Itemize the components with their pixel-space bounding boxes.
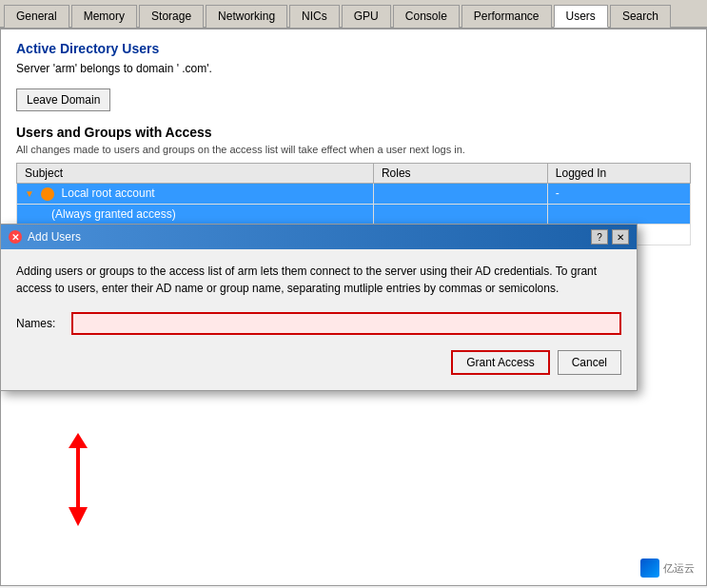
tab-memory[interactable]: Memory <box>71 5 137 28</box>
users-subtitle: All changes made to users and groups on … <box>16 144 691 155</box>
add-users-dialog: ✕ Add Users ? ✕ Adding users or groups t… <box>0 224 638 391</box>
tab-networking[interactable]: Networking <box>206 5 287 28</box>
local-root-label: Local root account <box>62 186 155 200</box>
tab-nics[interactable]: NICs <box>289 5 340 28</box>
tab-performance[interactable]: Performance <box>462 5 552 28</box>
col-roles: Roles <box>373 164 547 184</box>
tab-console[interactable]: Console <box>393 5 460 28</box>
dialog-titlebar-right: ? ✕ <box>591 229 629 245</box>
tab-storage[interactable]: Storage <box>139 5 204 28</box>
names-input[interactable] <box>71 312 621 335</box>
table-row[interactable]: ▼ Local root account - <box>17 184 691 205</box>
role-cell <box>373 184 547 205</box>
col-subject: Subject <box>17 164 374 184</box>
tab-gpu[interactable]: GPU <box>342 5 391 28</box>
logo-icon <box>640 559 659 578</box>
col-logged-in: Logged In <box>547 164 690 184</box>
section-title: Active Directory Users <box>16 41 691 56</box>
dialog-title-icon: ✕ <box>9 230 22 244</box>
dialog-footer: Grant Access Cancel <box>16 350 621 375</box>
user-avatar-icon <box>41 187 54 201</box>
logged-in-cell: - <box>547 184 690 205</box>
dialog-field: Names: <box>16 312 621 335</box>
role-cell-empty <box>373 204 547 224</box>
dialog-close-button[interactable]: ✕ <box>612 229 629 245</box>
dialog-help-button[interactable]: ? <box>591 229 608 245</box>
always-granted-label: (Always granted access) <box>51 207 176 221</box>
leave-domain-button[interactable]: Leave Domain <box>16 88 110 111</box>
logo-area: 亿运云 <box>640 559 695 578</box>
table-row[interactable]: (Always granted access) <box>17 204 691 224</box>
grant-access-button[interactable]: Grant Access <box>451 350 549 375</box>
logo-text: 亿运云 <box>663 561 695 576</box>
logged-in-cell-empty <box>547 204 690 224</box>
dialog-titlebar: ✕ Add Users ? ✕ <box>1 225 637 249</box>
expand-icon: ▼ <box>25 188 34 199</box>
dialog-title-left: ✕ Add Users <box>9 230 81 244</box>
dialog-description: Adding users or groups to the access lis… <box>16 263 621 297</box>
subject-cell: ▼ Local root account <box>17 184 374 205</box>
names-label: Names: <box>16 317 64 330</box>
cancel-button[interactable]: Cancel <box>558 350 621 375</box>
tab-users[interactable]: Users <box>554 5 608 28</box>
dialog-title-text: Add Users <box>28 230 81 244</box>
tab-search[interactable]: Search <box>610 5 671 28</box>
subject-subtext-cell: (Always granted access) <box>17 204 374 224</box>
server-info: Server 'arm' belongs to domain ' .com'. <box>16 62 691 75</box>
dialog-content: Adding users or groups to the access lis… <box>1 249 637 390</box>
tab-general[interactable]: General <box>4 5 69 28</box>
tab-bar: General Memory Storage Networking NICs G… <box>0 0 707 29</box>
users-title: Users and Groups with Access <box>16 125 691 140</box>
